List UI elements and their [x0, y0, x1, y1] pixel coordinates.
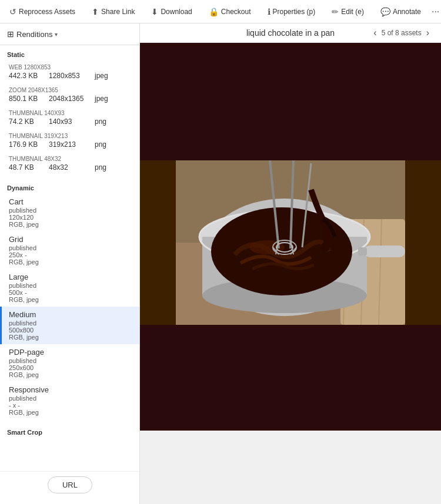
reprocess-label: Reprocess Assets [19, 8, 75, 16]
dynamic-item-dims: 250x600 [9, 364, 132, 371]
download-label: Download [161, 8, 192, 16]
annotate-button[interactable]: 💬 Annotate [376, 5, 426, 19]
static-section-label: Static [0, 45, 139, 61]
asset-navigation: ‹ 5 of 8 assets › [371, 26, 432, 39]
edit-button[interactable]: ✏ Edit (e) [327, 5, 369, 19]
rendition-dims: 2048x1365 [49, 95, 90, 103]
rendition-type-label: THUMBNAIL 140X93 [9, 110, 132, 116]
dynamic-item-status: published [9, 207, 132, 214]
image-container [140, 43, 441, 504]
asset-nav-label: 5 of 8 assets [382, 29, 422, 37]
rendition-format: jpeg [95, 95, 108, 103]
dynamic-item-status: published [9, 282, 132, 289]
dynamic-rendition-item[interactable]: Cart published 120x120 RGB, jpeg [0, 194, 139, 231]
rendition-dims: 1280x853 [49, 72, 90, 80]
chocolate-image [140, 160, 441, 325]
static-rendition-item[interactable]: THUMBNAIL 48X32 48.7 KB 48x32 png [0, 152, 139, 175]
annotate-label: Annotate [393, 8, 421, 16]
prev-asset-button[interactable]: ‹ [371, 26, 379, 39]
annotate-icon: 💬 [380, 7, 390, 16]
dynamic-items-list: Cart published 120x120 RGB, jpeg Grid pu… [0, 194, 139, 419]
dynamic-item-status: published [9, 395, 132, 402]
svg-rect-24 [358, 247, 367, 256]
dynamic-rendition-item[interactable]: PDP-page published 250x600 RGB, jpeg [0, 344, 139, 382]
svg-point-22 [320, 243, 330, 252]
dynamic-item-dims: 500x800 [9, 327, 132, 334]
content-area: liquid chocolate in a pan ‹ 5 of 8 asset… [140, 23, 441, 504]
rendition-type-label: ZOOM 2048X1365 [9, 87, 132, 93]
rendition-type-label: THUMBNAIL 319X213 [9, 133, 132, 139]
dynamic-section-label: Dynamic [0, 179, 139, 194]
rendition-size: 74.2 KB [9, 117, 44, 126]
dynamic-rendition-item[interactable]: Responsive published - x - RGB, jpeg [0, 382, 139, 419]
static-rendition-item[interactable]: WEB 1280X853 442.3 KB 1280x853 jpeg [0, 61, 139, 83]
share-label: Share Link [101, 8, 135, 16]
lock-icon: 🔒 [209, 7, 219, 16]
renditions-header[interactable]: ⊞ Renditions ▾ [0, 23, 139, 45]
dynamic-item-color: RGB, jpeg [9, 371, 132, 378]
dynamic-item-status: published [9, 320, 132, 327]
checkout-button[interactable]: 🔒 Checkout [204, 5, 256, 19]
dynamic-rendition-item[interactable]: Medium published 500x800 RGB, jpeg [0, 307, 139, 344]
reprocess-assets-button[interactable]: ↺ Reprocess Assets [5, 5, 80, 19]
dynamic-item-dims: - x - [9, 402, 132, 409]
rendition-format: png [95, 140, 106, 149]
dynamic-item-name: Cart [9, 197, 132, 206]
dynamic-item-dims: 250x - [9, 251, 132, 258]
static-rendition-item[interactable]: ZOOM 2048X1365 850.1 KB 2048x1365 jpeg [0, 83, 139, 106]
dynamic-item-name: Grid [9, 235, 132, 244]
smart-crop-section-label: Smart Crop [0, 423, 139, 438]
image-top-area [140, 43, 441, 160]
rendition-type-label: THUMBNAIL 48X32 [9, 156, 132, 162]
properties-button[interactable]: ℹ Properties (p) [263, 5, 320, 19]
rendition-type-label: WEB 1280X853 [9, 64, 132, 70]
main-layout: ⊞ Renditions ▾ Static WEB 1280X853 442.3… [0, 23, 441, 504]
download-button[interactable]: ⬇ Download [146, 5, 196, 19]
sidebar-content: Static WEB 1280X853 442.3 KB 1280x853 jp… [0, 45, 139, 504]
reprocess-icon: ↺ [9, 7, 16, 16]
renditions-label: Renditions [16, 30, 52, 39]
sidebar: ⊞ Renditions ▾ Static WEB 1280X853 442.3… [0, 23, 140, 504]
dynamic-item-status: published [9, 244, 132, 251]
download-icon: ⬇ [151, 7, 158, 16]
rendition-size: 48.7 KB [9, 163, 44, 172]
svg-rect-23 [364, 246, 405, 257]
asset-title: liquid chocolate in a pan [246, 28, 335, 38]
static-rendition-item[interactable]: THUMBNAIL 319X213 176.9 KB 319x213 png [0, 129, 139, 152]
rendition-format: jpeg [95, 72, 108, 80]
properties-label: Properties (p) [273, 8, 316, 16]
dynamic-rendition-item[interactable]: Grid published 250x - RGB, jpeg [0, 231, 139, 269]
dynamic-item-name: Responsive [9, 385, 132, 394]
edit-icon: ✏ [332, 7, 339, 16]
dynamic-item-color: RGB, jpeg [9, 334, 132, 341]
dynamic-item-color: RGB, jpeg [9, 221, 132, 228]
url-button[interactable]: URL [48, 476, 92, 493]
share-link-button[interactable]: ⬆ Share Link [87, 5, 139, 19]
renditions-icon: ⊞ [7, 29, 14, 39]
rendition-size: 176.9 KB [9, 140, 44, 149]
dynamic-item-color: RGB, jpeg [9, 258, 132, 266]
rendition-format: png [95, 117, 106, 126]
rendition-dims: 140x93 [49, 117, 90, 126]
next-asset-button[interactable]: › [424, 26, 432, 39]
dynamic-item-dims: 500x - [9, 289, 132, 296]
dynamic-item-dims: 120x120 [9, 214, 132, 221]
chocolate-svg [176, 160, 405, 325]
info-icon: ℹ [268, 7, 270, 16]
dynamic-rendition-item[interactable]: Large published 500x - RGB, jpeg [0, 269, 139, 307]
image-bottom-area [140, 325, 441, 431]
static-items-list: WEB 1280X853 442.3 KB 1280x853 jpeg ZOOM… [0, 61, 139, 175]
dynamic-item-color: RGB, jpeg [9, 409, 132, 416]
image-stack [140, 43, 441, 504]
dynamic-item-color: RGB, jpeg [9, 296, 132, 303]
more-button[interactable]: ··· [428, 4, 441, 19]
toolbar: ↺ Reprocess Assets ⬆ Share Link ⬇ Downlo… [0, 0, 441, 23]
share-icon: ⬆ [92, 7, 99, 16]
static-rendition-item[interactable]: THUMBNAIL 140X93 74.2 KB 140x93 png [0, 106, 139, 129]
rendition-dims: 319x213 [49, 140, 90, 149]
rendition-size: 442.3 KB [9, 72, 44, 80]
chevron-down-icon: ▾ [55, 31, 58, 38]
dynamic-item-name: Medium [9, 310, 132, 319]
edit-label: Edit (e) [341, 8, 364, 16]
url-button-container: URL [0, 471, 140, 498]
